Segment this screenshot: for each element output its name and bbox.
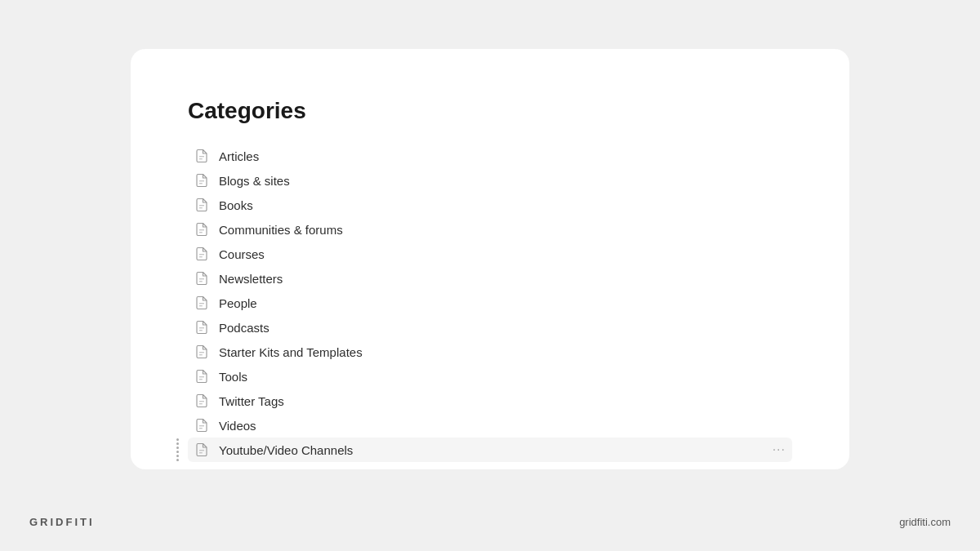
list-item[interactable]: Twitter Tags	[188, 389, 792, 413]
category-label: Tools	[219, 370, 247, 384]
footer-brand-right: gridfiti.com	[899, 516, 951, 528]
category-label: Videos	[219, 419, 256, 433]
document-icon	[194, 418, 209, 433]
list-item[interactable]: Youtube/Video Channels···	[188, 438, 792, 462]
category-label: Starter Kits and Templates	[219, 345, 363, 359]
document-icon	[194, 320, 209, 335]
list-item[interactable]: Starter Kits and Templates	[188, 340, 792, 364]
category-label: Youtube/Video Channels	[219, 443, 353, 457]
list-item[interactable]: Articles	[188, 144, 792, 168]
document-icon	[194, 222, 209, 237]
document-icon	[194, 442, 209, 457]
document-icon	[194, 369, 209, 384]
category-list: Articles Blogs & sites Books Communities…	[188, 144, 792, 462]
document-icon	[194, 198, 209, 212]
footer-brand-left: GRIDFITI	[29, 516, 95, 528]
category-label: Articles	[219, 149, 259, 163]
category-label: Newsletters	[219, 272, 283, 286]
list-item[interactable]: Blogs & sites	[188, 168, 792, 193]
list-item[interactable]: People	[188, 291, 792, 315]
card: Categories Articles Blogs & sites Books …	[131, 49, 849, 469]
page-title: Categories	[188, 98, 792, 124]
document-icon	[194, 344, 209, 359]
document-icon	[194, 295, 209, 310]
category-label: People	[219, 296, 257, 310]
document-icon	[194, 247, 209, 261]
list-item[interactable]: Videos	[188, 413, 792, 438]
category-label: Blogs & sites	[219, 174, 290, 188]
document-icon	[194, 271, 209, 286]
list-item[interactable]: Newsletters	[188, 266, 792, 291]
drag-handle-icon	[176, 438, 179, 461]
list-item[interactable]: Books	[188, 193, 792, 217]
list-item[interactable]: Tools	[188, 364, 792, 389]
document-icon	[194, 173, 209, 188]
document-icon	[194, 149, 209, 163]
more-options-button[interactable]: ···	[773, 442, 786, 457]
document-icon	[194, 393, 209, 408]
list-item[interactable]: Podcasts	[188, 315, 792, 340]
list-item[interactable]: Communities & forums	[188, 217, 792, 242]
category-label: Courses	[219, 247, 265, 261]
category-label: Communities & forums	[219, 223, 343, 237]
category-label: Podcasts	[219, 321, 270, 335]
category-label: Books	[219, 198, 253, 212]
category-label: Twitter Tags	[219, 394, 284, 408]
list-item[interactable]: Courses	[188, 242, 792, 266]
